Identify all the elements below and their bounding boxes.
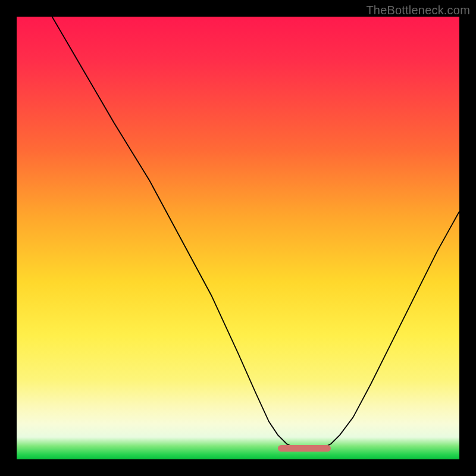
chart-frame: TheBottleneck.com <box>0 0 476 476</box>
curve-black <box>52 17 459 450</box>
valley-accent <box>278 445 331 452</box>
plot-area <box>17 17 459 459</box>
watermark-text: TheBottleneck.com <box>366 4 470 17</box>
curve-layer <box>17 17 459 459</box>
